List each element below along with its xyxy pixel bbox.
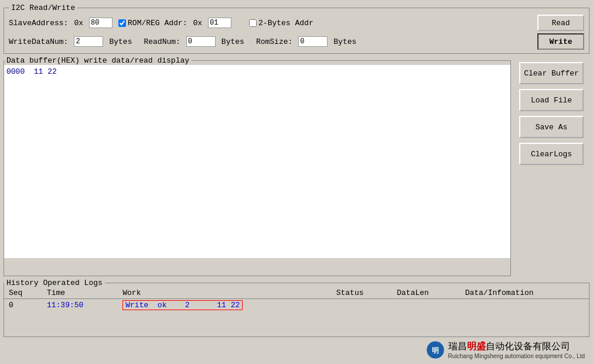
buffer-textarea[interactable]: 0000 11 22 [4, 65, 510, 258]
buffer-section: Data buffer(HEX) write data/read display… [4, 56, 511, 276]
company-name-en: Ruichang Mingsheng automation equipment … [448, 353, 585, 359]
col-work: Work [118, 287, 331, 299]
table-row: 0 11:39:50 Write ok 2 11 22 [4, 299, 589, 312]
read-button[interactable]: Read [537, 15, 584, 31]
cell-datalen [392, 299, 460, 312]
cell-seq: 0 [4, 299, 42, 312]
company-name-cn: 瑞昌明盛自动化设备有限公司 [448, 341, 585, 353]
slave-address-prefix: 0x [74, 19, 83, 28]
write-data-num-label: WriteDataNum: [9, 37, 68, 46]
clear-logs-button[interactable]: ClearLogs [519, 143, 584, 165]
read-num-unit: Bytes [221, 37, 244, 46]
cell-status [332, 299, 393, 312]
rom-reg-addr-checkbox-label[interactable]: ROM/REG Addr: [118, 19, 187, 28]
company-name-before: 瑞昌 [448, 341, 467, 351]
rom-size-input[interactable] [298, 36, 328, 47]
write-button[interactable]: Write [537, 33, 584, 50]
buffer-button-panel: Clear Buffer Load File Save As ClearLogs [513, 56, 589, 276]
i2c-section: I2C Read/Write SlaveAddress: 0x ROM/REG … [4, 4, 589, 54]
col-datalen: DataLen [392, 287, 460, 299]
two-bytes-addr-checkbox[interactable] [249, 19, 257, 27]
history-section: History Operated Logs Seq Time Work Stat… [4, 279, 589, 337]
col-seq: Seq [4, 287, 42, 299]
company-name-after: 自动化设备有限公司 [486, 341, 570, 351]
rom-reg-addr-label: ROM/REG Addr: [128, 19, 187, 28]
svg-text:明: 明 [432, 346, 439, 355]
rom-size-unit: Bytes [333, 37, 356, 46]
bottom-bar: 明 瑞昌明盛自动化设备有限公司 Ruichang Mingsheng autom… [4, 339, 589, 360]
col-status: Status [332, 287, 393, 299]
write-data-num-unit: Bytes [109, 37, 132, 46]
history-table: Seq Time Work Status DataLen Data/Infoma… [4, 287, 589, 311]
company-logo-icon: 明 [426, 341, 445, 359]
write-data-num-input[interactable] [74, 36, 103, 47]
col-time: Time [42, 287, 118, 299]
cell-work: Write ok 2 11 22 [118, 299, 331, 312]
cell-datainfo [461, 299, 589, 312]
rom-size-label: RomSize: [256, 37, 292, 46]
two-bytes-addr-label[interactable]: 2-Bytes Addr [249, 19, 313, 28]
work-highlight: Write ok 2 11 22 [122, 300, 243, 310]
load-file-button[interactable]: Load File [519, 89, 584, 111]
rom-reg-addr-input[interactable] [208, 18, 231, 28]
cell-time: 11:39:50 [42, 299, 118, 312]
buffer-legend: Data buffer(HEX) write data/read display [4, 56, 192, 65]
slave-address-input[interactable] [89, 18, 113, 28]
rom-reg-addr-checkbox[interactable] [118, 19, 126, 27]
read-num-label: ReadNum: [144, 37, 180, 46]
two-bytes-addr-text: 2-Bytes Addr [258, 19, 313, 28]
i2c-legend: I2C Read/Write [9, 4, 77, 12]
history-legend: History Operated Logs [4, 279, 105, 287]
slave-address-label: SlaveAddress: [9, 19, 68, 28]
rom-reg-addr-prefix: 0x [193, 19, 202, 28]
company-logo: 明 瑞昌明盛自动化设备有限公司 Ruichang Mingsheng autom… [426, 341, 585, 359]
save-as-button[interactable]: Save As [519, 116, 584, 138]
clear-buffer-button[interactable]: Clear Buffer [519, 62, 584, 84]
read-num-input[interactable] [186, 36, 216, 47]
company-name-highlight: 明盛 [467, 341, 486, 351]
col-datainfo: Data/Infomation [461, 287, 589, 299]
